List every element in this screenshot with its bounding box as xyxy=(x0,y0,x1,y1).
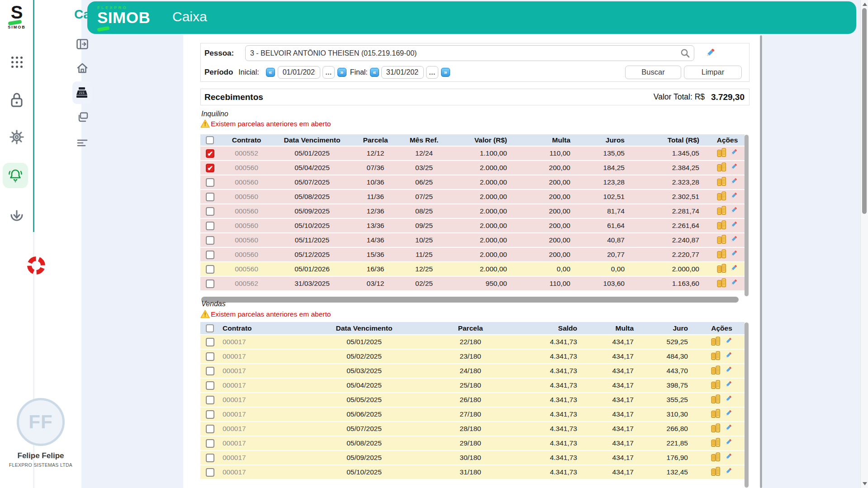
row-checkbox[interactable] xyxy=(206,352,214,361)
apps-grid-icon[interactable] xyxy=(9,54,24,70)
edit-icon[interactable] xyxy=(724,380,732,390)
inicial-picker-button[interactable]: … xyxy=(323,66,335,79)
cash-register-item-active[interactable] xyxy=(72,81,91,104)
scroll-up-arrow-icon[interactable] xyxy=(863,3,867,6)
row-checkbox[interactable] xyxy=(206,338,214,346)
edit-icon[interactable] xyxy=(724,395,732,405)
row-checkbox[interactable] xyxy=(206,468,214,477)
row-checkbox[interactable] xyxy=(206,207,214,216)
row-checkbox[interactable] xyxy=(206,396,214,404)
row-checkbox[interactable] xyxy=(206,381,214,390)
edit-icon[interactable] xyxy=(724,366,732,376)
receive-payment-icon[interactable] xyxy=(717,206,726,217)
receive-payment-icon[interactable] xyxy=(717,162,726,174)
receive-payment-icon[interactable] xyxy=(717,278,726,289)
browser-scrollbar[interactable] xyxy=(860,0,868,488)
row-checkbox[interactable] xyxy=(206,410,214,419)
edit-icon[interactable] xyxy=(724,351,732,361)
row-checkbox[interactable] xyxy=(206,149,214,158)
row-checkbox[interactable] xyxy=(206,454,214,462)
scroll-down-arrow-icon[interactable] xyxy=(863,482,867,485)
receive-payment-icon[interactable] xyxy=(717,264,726,275)
receive-payment-icon[interactable] xyxy=(717,191,726,203)
row-checkbox[interactable] xyxy=(206,367,214,375)
row-checkbox[interactable] xyxy=(206,178,214,187)
inquilino-horizontal-scrollbar[interactable] xyxy=(201,297,739,303)
receive-payment-icon[interactable] xyxy=(717,220,726,232)
pessoa-input[interactable] xyxy=(245,45,694,61)
vendas-vertical-scrollbar[interactable] xyxy=(745,322,749,488)
list-lines-icon[interactable] xyxy=(76,137,88,148)
final-picker-button[interactable]: … xyxy=(426,66,438,79)
row-checkbox[interactable] xyxy=(206,439,214,448)
row-checkbox[interactable] xyxy=(206,280,214,288)
home-icon[interactable] xyxy=(76,62,88,74)
content-scrollbar[interactable] xyxy=(760,35,762,488)
search-icon[interactable] xyxy=(680,48,690,60)
edit-icon[interactable] xyxy=(724,453,732,463)
edit-icon[interactable] xyxy=(730,163,738,173)
row-checkbox[interactable] xyxy=(206,222,214,230)
edit-icon[interactable] xyxy=(724,438,732,448)
edit-icon[interactable] xyxy=(724,337,732,347)
col-parcela: Parcela xyxy=(430,322,511,335)
row-checkbox[interactable] xyxy=(206,164,214,172)
receive-payment-icon[interactable] xyxy=(711,452,721,464)
receive-payment-icon[interactable] xyxy=(711,380,721,391)
edit-icon[interactable] xyxy=(724,467,732,477)
lifesaver-icon[interactable] xyxy=(26,255,47,276)
edit-icon[interactable] xyxy=(730,279,738,289)
receive-payment-icon[interactable] xyxy=(711,351,721,362)
receive-payment-icon[interactable] xyxy=(711,438,721,449)
edit-icon[interactable] xyxy=(724,409,732,419)
edit-icon[interactable] xyxy=(730,177,738,187)
edit-icon[interactable] xyxy=(730,221,738,231)
receive-payment-icon[interactable] xyxy=(711,365,721,377)
receive-payment-icon[interactable] xyxy=(717,249,726,261)
download-icon[interactable] xyxy=(9,207,24,223)
final-prev-button[interactable]: « xyxy=(370,68,379,77)
edit-icon[interactable] xyxy=(730,250,738,260)
select-all-checkbox[interactable] xyxy=(206,324,214,332)
gear-icon[interactable] xyxy=(9,129,24,145)
row-checkbox[interactable] xyxy=(206,425,214,433)
inicial-next-button[interactable]: » xyxy=(337,68,346,77)
cell-multa: 200,00 xyxy=(518,175,581,190)
receive-payment-icon[interactable] xyxy=(711,336,721,348)
notifications-item-active[interactable] xyxy=(3,163,28,188)
cell-valor: 2.000,00 xyxy=(448,175,518,190)
edit-icon[interactable] xyxy=(730,206,738,216)
edit-icon[interactable] xyxy=(730,264,738,274)
row-checkbox[interactable] xyxy=(206,251,214,259)
row-checkbox[interactable] xyxy=(206,193,214,201)
inicial-prev-button[interactable]: « xyxy=(266,68,275,77)
inquilino-vertical-scrollbar[interactable] xyxy=(745,135,749,296)
final-date-input[interactable] xyxy=(381,66,424,79)
receive-payment-icon[interactable] xyxy=(717,148,726,159)
edit-icon[interactable] xyxy=(724,424,732,434)
edit-icon[interactable] xyxy=(730,192,738,202)
receive-payment-icon[interactable] xyxy=(711,394,721,406)
select-all-checkbox[interactable] xyxy=(206,136,214,144)
receive-payment-icon[interactable] xyxy=(711,423,721,435)
final-next-button[interactable]: » xyxy=(441,68,450,77)
layers-icon[interactable] xyxy=(76,111,88,123)
browser-scrollbar-thumb[interactable] xyxy=(862,8,867,214)
edit-icon[interactable] xyxy=(730,235,738,245)
lock-icon[interactable] xyxy=(9,92,24,108)
row-checkbox[interactable] xyxy=(206,265,214,274)
receive-payment-icon[interactable] xyxy=(717,177,726,188)
clear-pessoa-icon[interactable] xyxy=(704,47,716,59)
receive-payment-icon[interactable] xyxy=(711,467,721,478)
panel-toggle-icon[interactable] xyxy=(76,38,88,50)
row-checkbox[interactable] xyxy=(206,236,214,245)
receive-payment-icon[interactable] xyxy=(717,235,726,246)
cell-data-vencimento: 31/03/2025 xyxy=(274,276,351,291)
limpar-button[interactable]: Limpar xyxy=(684,66,742,79)
edit-icon[interactable] xyxy=(730,148,738,158)
buscar-button[interactable]: Buscar xyxy=(625,66,681,79)
avatar[interactable]: FF xyxy=(17,398,65,446)
inicial-date-input[interactable] xyxy=(278,66,320,79)
receive-payment-icon[interactable] xyxy=(711,409,721,420)
cell-parcela: 12/12 xyxy=(351,146,400,161)
